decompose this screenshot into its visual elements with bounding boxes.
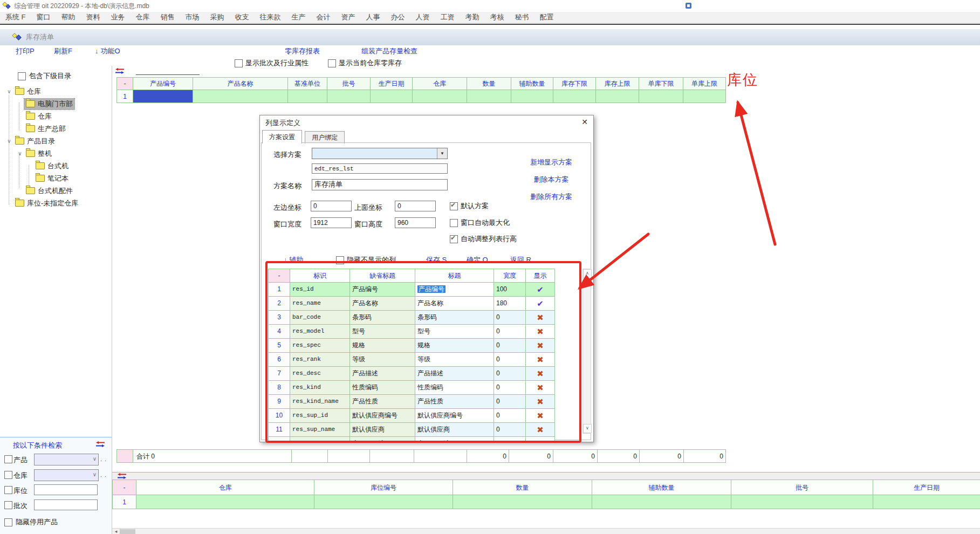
default-title-cell[interactable]: 规格	[350, 339, 415, 353]
show-batch-checkbox[interactable]	[235, 59, 243, 67]
inventory-cell[interactable]	[193, 90, 288, 103]
row-number-cell[interactable]: 5	[269, 339, 290, 353]
inventory-column-header[interactable]: 仓库	[413, 78, 467, 90]
location-column-header[interactable]: 数量	[453, 480, 592, 495]
default-title-cell[interactable]: 产品描述	[350, 367, 415, 381]
field-id-cell[interactable]: res_sort_id	[290, 437, 350, 442]
field-id-cell[interactable]: res_rank	[290, 353, 350, 367]
menu-item[interactable]: 会计	[311, 12, 336, 23]
tree-item[interactable]: ∨ 仓库	[0, 85, 111, 98]
location-column-header[interactable]: -	[113, 480, 136, 495]
inventory-column-header[interactable]: 产品编号	[133, 78, 193, 90]
function-button[interactable]: ↓功能O	[95, 45, 120, 57]
default-title-cell[interactable]: 产品编号	[350, 283, 415, 297]
visible-cell[interactable]: ✖	[526, 367, 555, 381]
field-id-cell[interactable]: res_desc	[290, 367, 350, 381]
tree-item[interactable]: 电脑门市部	[0, 98, 111, 110]
quick-filter-input[interactable]	[136, 66, 200, 75]
select-plan-combo[interactable]: ▼	[312, 148, 448, 159]
row-number-cell[interactable]: 7	[269, 367, 290, 381]
menu-item[interactable]: 秘书	[510, 12, 534, 23]
horizontal-scrollbar[interactable]: ◂	[112, 528, 980, 534]
default-title-cell[interactable]: 等级	[350, 353, 415, 367]
window-height-input[interactable]: 960	[395, 217, 436, 228]
field-id-cell[interactable]: bar_code	[290, 311, 350, 325]
row-number-cell[interactable]: 10	[269, 409, 290, 423]
tray-app-icon[interactable]	[686, 3, 691, 9]
inventory-cell[interactable]	[639, 90, 683, 103]
location-cell[interactable]	[314, 495, 453, 509]
inventory-column-header[interactable]: 单库下限	[639, 78, 683, 90]
location-cell[interactable]	[453, 495, 592, 509]
location-cell[interactable]	[731, 495, 873, 509]
field-id-cell[interactable]: res_spec	[290, 339, 350, 353]
menu-item[interactable]: 考核	[485, 12, 510, 23]
back-button[interactable]: 返回 R	[510, 255, 531, 265]
assembled-product-check-link[interactable]: 组装产品存量检查	[361, 45, 417, 57]
row-number-cell[interactable]: 1	[269, 283, 290, 297]
field-id-cell[interactable]: res_sup_name	[290, 423, 350, 437]
inventory-cell[interactable]	[467, 90, 511, 103]
visible-cell[interactable]: ✖	[526, 395, 555, 409]
tree-item[interactable]: 生产总部	[0, 122, 111, 135]
column-grid-header-cell[interactable]: 标题	[415, 269, 494, 283]
scroll-down-icon[interactable]: ∨	[583, 424, 592, 433]
title-cell[interactable]: 型号	[415, 325, 494, 339]
menu-item[interactable]: 采购	[205, 12, 230, 23]
column-grid-header-cell[interactable]: 显示	[526, 269, 555, 283]
tab-plan-settings[interactable]: 方案设置	[262, 130, 302, 143]
location-column-header[interactable]: 批号	[731, 480, 873, 495]
menu-item[interactable]: 资料	[81, 12, 106, 23]
menu-item[interactable]: 窗口	[31, 12, 56, 23]
product-checkbox[interactable]	[4, 455, 12, 463]
menu-item[interactable]: 工资	[435, 12, 460, 23]
dialog-titlebar[interactable]: 列显示定义 ✕	[260, 115, 593, 129]
location-cell[interactable]: 1	[113, 495, 136, 509]
inventory-cell[interactable]	[596, 90, 639, 103]
location-cell[interactable]	[136, 495, 314, 509]
tree-item[interactable]: 仓库	[0, 110, 111, 122]
tree-expander-icon[interactable]: ∨	[5, 138, 13, 144]
plan-action-link[interactable]: 删除所有方案	[519, 193, 584, 201]
default-title-cell[interactable]: 性质编码	[350, 381, 415, 395]
row-number-cell[interactable]: 3	[269, 311, 290, 325]
default-title-cell[interactable]: 产品名称	[350, 297, 415, 311]
width-cell[interactable]: 0	[494, 395, 526, 409]
grid-vertical-scrollbar[interactable]: ∧ ∨	[582, 269, 591, 434]
close-icon[interactable]: ✕	[581, 118, 588, 126]
visible-cell[interactable]: ✖	[526, 423, 555, 437]
plan-name-input[interactable]: 库存清单	[312, 179, 448, 190]
field-id-cell[interactable]: res_sup_id	[290, 409, 350, 423]
field-id-cell[interactable]: res_kind_name	[290, 395, 350, 409]
width-cell[interactable]: 0	[494, 423, 526, 437]
width-cell[interactable]: 0	[494, 311, 526, 325]
visible-cell[interactable]: ✖	[526, 381, 555, 395]
refresh-button[interactable]: 刷新F	[54, 45, 72, 57]
location-column-header[interactable]: 仓库	[136, 480, 314, 495]
visible-cell[interactable]: ✖	[526, 353, 555, 367]
inventory-cell[interactable]: 1	[117, 90, 133, 103]
warehouse-checkbox[interactable]	[4, 471, 12, 479]
default-title-cell[interactable]: 产品目录编码	[350, 437, 415, 442]
default-title-cell[interactable]: 默认供应商	[350, 423, 415, 437]
row-number-cell[interactable]: 4	[269, 325, 290, 339]
swap-columns-icon[interactable]	[96, 441, 105, 447]
field-id-cell[interactable]: res_kind	[290, 381, 350, 395]
width-cell[interactable]: 0	[494, 325, 526, 339]
tree-item[interactable]: ∨ 产品目录	[0, 135, 111, 147]
show-zero-checkbox[interactable]	[328, 59, 336, 67]
inventory-column-header[interactable]: 数量	[467, 78, 511, 90]
title-cell[interactable]: 条形码	[415, 311, 494, 325]
batch-input[interactable]	[34, 499, 98, 510]
tree-item[interactable]: 台式机配件	[0, 184, 111, 197]
menu-item[interactable]: 业务	[106, 12, 131, 23]
menu-item[interactable]: 资产	[336, 12, 361, 23]
menu-item[interactable]: 人事	[361, 12, 386, 23]
tree-item[interactable]: 台式机	[0, 160, 111, 172]
inventory-column-header[interactable]: 库存下限	[553, 78, 596, 90]
title-cell[interactable]: 产品目录编码	[415, 437, 494, 442]
field-id-cell[interactable]: res_name	[290, 297, 350, 311]
inventory-column-header[interactable]: 生产日期	[371, 78, 413, 90]
scrollbar-thumb[interactable]	[120, 529, 135, 534]
print-button[interactable]: 打印P	[16, 45, 35, 57]
